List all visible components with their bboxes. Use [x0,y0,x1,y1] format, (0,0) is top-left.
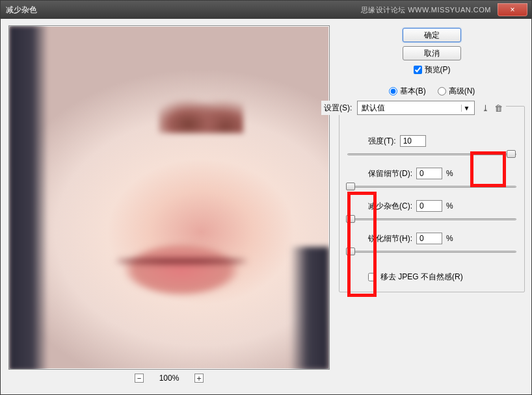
reduce-noise-dialog: 减少杂色 思缘设计论坛 WWW.MISSYUAN.COM × － 100% ＋ … [0,0,532,395]
param-strength: 强度(T): 10 [347,135,516,160]
ok-label: 确定 [424,31,440,40]
zoom-in-button[interactable]: ＋ [194,374,204,383]
slider-track [347,218,516,220]
settings-label: 设置(S): [324,103,352,114]
settings-dropdown[interactable]: 默认值 ▼ [357,101,475,115]
param-sharpen: 锐化细节(H): 0 % [347,233,516,257]
basic-radio[interactable] [389,87,397,96]
preserve-label: 保留细节(D): [368,168,412,179]
strength-slider[interactable] [347,149,516,160]
chevron-down-icon: ▼ [461,105,472,112]
sharpen-label: 锐化细节(H): [368,233,412,244]
slider-thumb[interactable] [346,215,355,223]
slider-track [347,153,516,155]
slider-track [347,186,516,188]
param-reduce-color: 减少杂色(C): 0 % [347,200,516,225]
reduce-color-suffix: % [446,201,453,210]
zoom-level: 100% [159,374,180,383]
reduce-color-input[interactable]: 0 [416,200,442,212]
controls-panel: 确定 取消 预览(P) 基本(B) 高级(N) 设置(S): 默认值 ▼ [331,25,525,388]
preview-checkbox[interactable] [414,66,422,74]
cancel-button[interactable]: 取消 [403,46,461,60]
sharpen-input[interactable]: 0 [416,233,442,244]
watermark-text: 思缘设计论坛 WWW.MISSYUAN.COM [361,5,491,15]
reduce-color-label: 减少杂色(C): [368,201,412,212]
jpeg-artifact-row: 移去 JPEG 不自然感(R) [347,272,516,283]
strength-label: 强度(T): [368,136,396,147]
param-preserve: 保留细节(D): 0 % [347,168,516,192]
sharpen-suffix: % [446,234,453,243]
dialog-body: － 100% ＋ 确定 取消 预览(P) 基本(B) 高级(N) 设置(S): [1,19,531,394]
window-title: 减少杂色 [6,5,37,16]
preserve-input[interactable]: 0 [416,168,442,179]
close-icon: × [510,5,514,14]
advanced-text: 高级(N) [449,86,475,97]
slider-thumb[interactable] [346,183,355,190]
advanced-radio[interactable] [438,87,446,96]
sharpen-slider[interactable] [347,247,516,257]
preview-check-label: 预览(P) [425,64,451,75]
advanced-radio-label[interactable]: 高级(N) [438,86,475,97]
zoom-controls: － 100% ＋ [135,374,204,383]
plus-icon: ＋ [195,374,203,382]
preserve-slider[interactable] [347,182,516,192]
preview-panel: － 100% ＋ [7,25,331,388]
preview-image[interactable] [8,25,330,370]
strength-input[interactable]: 10 [400,135,426,147]
zoom-out-button[interactable]: － [135,374,144,383]
mode-radio-group: 基本(B) 高级(N) [339,86,525,97]
minus-icon: － [135,374,143,382]
settings-value: 默认值 [362,103,385,114]
cancel-label: 取消 [424,49,440,58]
save-preset-icon[interactable]: ⤓ [480,103,490,113]
titlebar[interactable]: 减少杂色 思缘设计论坛 WWW.MISSYUAN.COM × [1,1,531,19]
preview-checkbox-row: 预览(P) [414,64,451,75]
preserve-suffix: % [446,169,453,178]
reduce-color-slider[interactable] [347,214,516,225]
slider-track [347,251,516,253]
delete-preset-icon[interactable]: 🗑 [493,103,503,113]
jpeg-artifact-checkbox[interactable] [368,273,377,281]
settings-fieldset: 设置(S): 默认值 ▼ ⤓ 🗑 强度(T): 10 [339,106,525,292]
slider-thumb[interactable] [507,150,516,158]
basic-text: 基本(B) [400,86,426,97]
slider-thumb[interactable] [346,248,355,255]
jpeg-artifact-label: 移去 JPEG 不自然感(R) [380,272,463,283]
ok-button[interactable]: 确定 [403,28,461,42]
basic-radio-label[interactable]: 基本(B) [389,86,426,97]
settings-row: 设置(S): 默认值 ▼ ⤓ 🗑 [321,101,506,115]
close-button[interactable]: × [498,3,527,16]
